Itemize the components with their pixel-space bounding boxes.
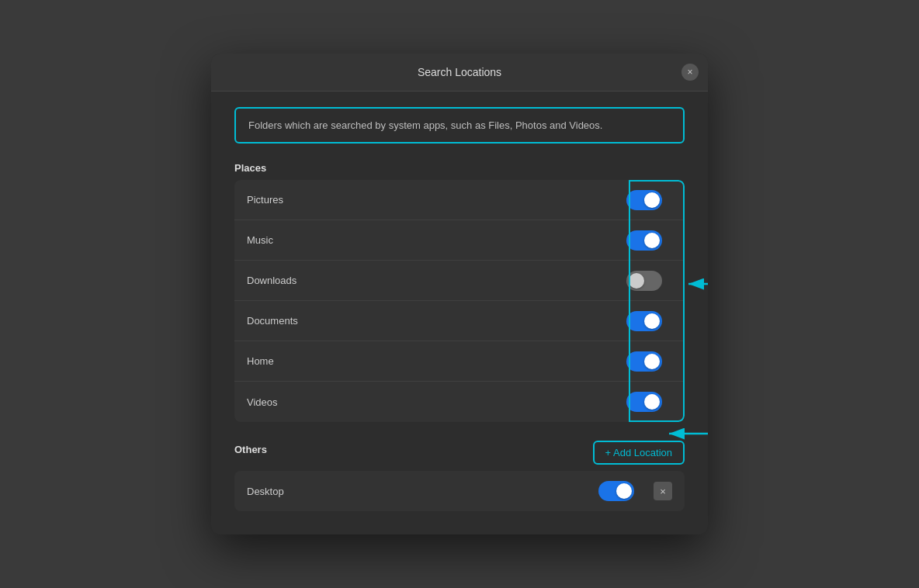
place-row-videos: Videos	[234, 382, 685, 422]
place-name-music: Music	[247, 234, 273, 246]
add-location-button[interactable]: + Add Location	[593, 441, 685, 465]
toggle-home[interactable]	[626, 351, 662, 372]
place-row-home: Home	[234, 341, 685, 382]
search-locations-dialog: Search Locations × Folders which are sea…	[211, 54, 708, 535]
toggle-desktop[interactable]	[598, 481, 634, 501]
other-row-right-desktop: ×	[598, 481, 672, 501]
others-list: Desktop ×	[234, 471, 685, 511]
toggle-documents[interactable]	[626, 311, 662, 331]
toggle-thumb-documents	[644, 313, 660, 329]
toggle-thumb-home	[644, 354, 660, 369]
dialog-header: Search Locations ×	[211, 54, 708, 92]
place-name-pictures: Pictures	[247, 194, 283, 206]
place-row-downloads: Downloads	[234, 261, 685, 301]
close-button[interactable]: ×	[681, 64, 699, 81]
others-section-label: Others	[234, 444, 267, 455]
remove-desktop-button[interactable]: ×	[654, 482, 672, 500]
place-row-music: Music	[234, 220, 685, 261]
toggle-downloads[interactable]	[626, 271, 662, 291]
place-name-home: Home	[247, 355, 274, 367]
toggle-thumb-music	[644, 233, 660, 248]
toggle-music[interactable]	[626, 230, 662, 251]
place-name-documents: Documents	[247, 315, 298, 327]
info-box: Folders which are searched by system app…	[234, 107, 685, 144]
place-row-documents: Documents	[234, 301, 685, 341]
place-row-pictures: Pictures	[234, 180, 685, 220]
other-name-desktop: Desktop	[247, 486, 284, 497]
place-name-videos: Videos	[247, 396, 278, 408]
places-section-label: Places	[234, 162, 685, 174]
toggle-pictures[interactable]	[626, 190, 662, 210]
places-list: Pictures Music	[234, 180, 685, 422]
others-header: Others + Add Location	[234, 441, 685, 465]
toggle-thumb-pictures	[644, 192, 660, 208]
other-row-desktop: Desktop ×	[234, 471, 685, 511]
overlay: Search Locations × Folders which are sea…	[0, 0, 919, 588]
toggle-thumb-downloads	[629, 273, 644, 289]
dialog-content: Folders which are searched by system app…	[211, 92, 708, 535]
dialog-title: Search Locations	[418, 66, 501, 78]
place-name-downloads: Downloads	[247, 275, 297, 286]
toggle-videos[interactable]	[626, 392, 662, 412]
